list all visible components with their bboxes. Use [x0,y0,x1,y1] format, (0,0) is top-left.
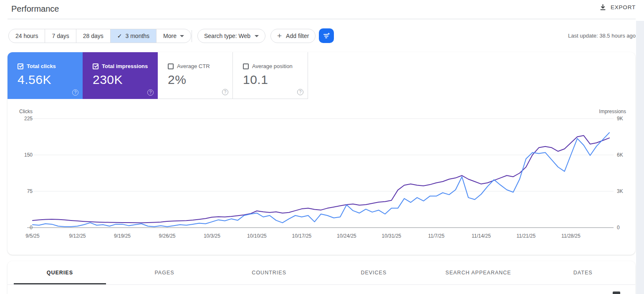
header-divider [8,19,636,19]
right-tick: 9K [617,116,623,122]
x-tick-label: 10/31/25 [382,233,402,239]
x-tick-label: 11/28/25 [561,233,581,239]
last-update-text: Last update: 38.5 hours ago [568,33,636,39]
add-filter-button[interactable]: + Add filter [270,29,316,43]
filter-separator [192,30,192,42]
metric-label: Total impressions [102,63,148,69]
add-filter-label: Add filter [286,33,309,39]
export-button[interactable]: EXPORT [599,4,636,11]
right-tick: 6K [617,152,623,158]
dimension-tabs: QUERIES PAGES COUNTRIES DEVICES SEARCH A… [8,261,635,285]
x-tick-label: 9/19/25 [114,233,131,239]
range-label: 24 hours [15,33,38,39]
more-label: More [163,33,177,39]
range-28-days[interactable]: 28 days [76,29,111,43]
x-tick-label: 11/21/25 [516,233,535,239]
left-tick: 150 [24,152,33,158]
export-label: EXPORT [611,4,636,10]
dimensions-card: QUERIES PAGES COUNTRIES DEVICES SEARCH A… [8,261,635,294]
average-position-card[interactable]: Average position 10.1 ? [233,52,308,99]
page-title: Performance [11,4,59,14]
x-tick-label: 9/5/25 [25,233,40,239]
filter-sparkle-icon [322,32,331,40]
search-type-dropdown[interactable]: Search type: Web [197,29,265,43]
filter-bar: 24 hours 7 days 28 days ✓ 3 months More … [0,29,644,43]
total-impressions-checkbox[interactable] [93,63,98,69]
caret-down-icon [255,35,259,37]
tab-queries[interactable]: QUERIES [8,261,112,284]
range-label: 7 days [52,33,69,39]
performance-chart: Clicks Impressions 225 150 75 0 9K 6K 3K… [8,106,635,244]
metric-cards-row: Total clicks 4.56K ? Total impressions 2… [8,52,308,99]
average-ctr-card[interactable]: Average CTR 2% ? [158,52,233,99]
metric-value: 2% [168,73,232,87]
right-axis-title: Impressions [599,109,626,114]
x-tick-label: 10/10/25 [247,233,267,239]
tab-dates[interactable]: DATES [530,261,635,284]
caret-down-icon [180,35,184,37]
performance-card: Total clicks 4.56K ? Total impressions 2… [8,52,635,255]
download-icon [599,4,606,11]
x-tick-label: 10/24/25 [337,233,356,239]
metric-label: Average position [252,63,293,69]
range-7-days[interactable]: 7 days [45,29,76,43]
range-label: 3 months [126,33,150,39]
scrollbar-gutter[interactable] [636,21,644,294]
metric-value: 4.56K [18,73,83,87]
x-tick-label: 9/12/25 [69,233,86,239]
x-tick-label: 10/3/25 [204,233,220,239]
help-icon[interactable]: ? [72,89,78,96]
x-tick-label: 11/7/25 [428,233,444,239]
total-impressions-card[interactable]: Total impressions 230K ? [83,52,158,99]
tab-countries[interactable]: COUNTRIES [217,261,321,284]
impressions-line [33,136,609,223]
tab-pages[interactable]: PAGES [112,261,217,284]
left-tick: 0 [30,225,33,231]
left-tick: 75 [27,188,33,194]
tab-devices[interactable]: DEVICES [321,261,426,284]
smart-filter-button[interactable] [319,28,334,43]
top-bar: Performance EXPORT [0,0,644,19]
range-3-months[interactable]: ✓ 3 months [111,29,157,43]
range-more[interactable]: More [157,29,191,43]
plus-icon: + [277,32,282,40]
right-tick: 0 [617,225,620,231]
average-position-checkbox[interactable] [243,63,249,69]
total-clicks-checkbox[interactable] [18,63,23,69]
left-tick: 225 [24,116,33,122]
left-axis-title: Clicks [19,109,33,114]
range-24-hours[interactable]: 24 hours [9,29,45,43]
date-range-control: 24 hours 7 days 28 days ✓ 3 months More [8,29,191,43]
total-clicks-card[interactable]: Total clicks 4.56K ? [8,52,83,99]
x-tick-label: 9/26/25 [159,233,175,239]
x-tick-label: 11/14/25 [472,233,491,239]
average-ctr-checkbox[interactable] [168,63,174,69]
metric-value: 230K [93,73,158,87]
search-type-label: Search type: Web [204,33,250,39]
metric-value: 10.1 [243,73,308,87]
tab-search-appearance[interactable]: SEARCH APPEARANCE [426,261,531,284]
metric-label: Average CTR [177,63,210,69]
help-icon[interactable]: ? [297,89,303,95]
x-tick-label: 10/17/25 [292,233,312,239]
x-axis-labels: 9/5/259/12/259/19/259/26/2510/3/2510/10/… [25,233,581,239]
help-icon[interactable]: ? [222,89,228,95]
clicks-line [33,133,609,227]
table-filter-icon[interactable] [613,291,620,294]
metric-label: Total clicks [27,63,56,69]
check-icon: ✓ [117,33,122,39]
range-label: 28 days [83,33,104,39]
help-icon[interactable]: ? [147,89,154,96]
right-tick: 3K [617,188,623,194]
